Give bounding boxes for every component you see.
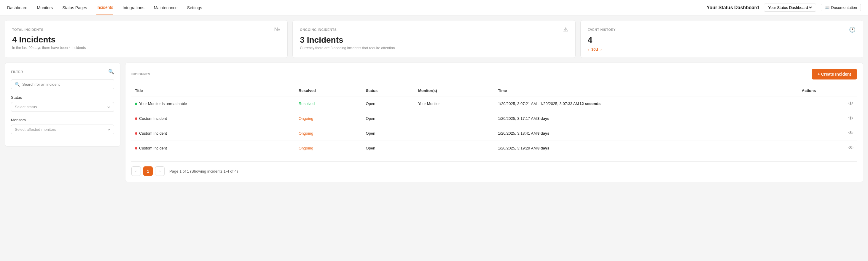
search-icon: 🔍 <box>15 82 20 87</box>
col-resolved: Resolved <box>295 85 362 96</box>
monitors-filter-label: Monitors <box>11 118 114 122</box>
nav-maintenance[interactable]: Maintenance <box>154 1 178 15</box>
cell-title-2: Custom Incident <box>131 126 295 141</box>
nav-links: Dashboard Monitors Status Pages Incident… <box>7 0 707 15</box>
create-incident-button[interactable]: + Create Incident <box>812 69 857 80</box>
resolved-status-3: Ongoing <box>299 146 313 150</box>
filter-title: FILTER <box>11 70 23 74</box>
monitors-select[interactable]: Select affected monitors <box>11 124 114 134</box>
status-dot-0 <box>135 103 137 105</box>
view-icon-2[interactable]: 👁 <box>848 130 854 136</box>
clock-icon: 🕐 <box>849 26 856 33</box>
stat-ongoing-incidents: ONGOING INCIDENTS ⚠ 3 Incidents Currentl… <box>292 20 575 58</box>
table-row: Custom Incident Ongoing Open 1/20/2025, … <box>131 126 857 141</box>
cell-title-3: Custom Incident <box>131 141 295 156</box>
period-label: 30d <box>591 47 598 52</box>
status-filter-label: Status <box>11 95 114 100</box>
cell-monitors-2 <box>414 126 494 141</box>
nav-settings[interactable]: Settings <box>187 1 202 15</box>
cell-monitors-0: Your Monitor <box>414 96 494 111</box>
resolved-status-1: Ongoing <box>299 116 313 121</box>
stat-ongoing-value: 3 Incidents <box>300 35 568 45</box>
cell-status-0: Open <box>362 96 414 111</box>
period-prev-chevron[interactable]: ‹ <box>588 47 589 52</box>
table-header-row: Title Resolved Status Monitor(s) Time Ac… <box>131 85 857 96</box>
navigation: Dashboard Monitors Status Pages Incident… <box>0 0 868 16</box>
cell-status-3: Open <box>362 141 414 156</box>
cell-resolved-3: Ongoing <box>295 141 362 156</box>
cell-time-0: 1/20/2025, 3:07:21 AM - 1/20/2025, 3:07:… <box>494 96 798 111</box>
pagination-prev[interactable]: ‹ <box>131 166 141 176</box>
cell-time-1: 1/20/2025, 3:17:17 AM8 days <box>494 111 798 126</box>
col-actions: Actions <box>798 85 857 96</box>
view-icon-3[interactable]: 👁 <box>848 145 854 151</box>
incidents-title: INCIDENTS <box>131 72 150 76</box>
status-dot-3 <box>135 147 137 149</box>
cell-title-0: Your Monitor is unreachable <box>131 96 295 111</box>
table-row: Custom Incident Ongoing Open 1/20/2025, … <box>131 141 857 156</box>
pagination-page-1[interactable]: 1 <box>143 166 153 176</box>
pagination-info: Page 1 of 1 (Showing incidents 1-4 of 4) <box>169 169 238 174</box>
cell-status-1: Open <box>362 111 414 126</box>
status-select[interactable]: Select status <box>11 102 114 112</box>
col-status: Status <box>362 85 414 96</box>
nav-dropdown[interactable]: Your Status Dashboard <box>764 4 816 11</box>
cell-monitors-1 <box>414 111 494 126</box>
stat-total-label: TOTAL INCIDENTS № <box>12 26 280 33</box>
stat-total-value: 4 Incidents <box>12 35 280 45</box>
nav-dashboard[interactable]: Dashboard <box>7 1 28 15</box>
cell-time-3: 1/20/2025, 3:19:29 AM8 days <box>494 141 798 156</box>
book-icon: 📖 <box>825 5 830 10</box>
nav-incidents[interactable]: Incidents <box>96 0 113 15</box>
stat-history-label: EVENT HISTORY 🕐 <box>588 26 856 33</box>
status-dot-1 <box>135 117 137 120</box>
incidents-table: Title Resolved Status Monitor(s) Time Ac… <box>131 85 857 155</box>
cell-actions-3: 👁 <box>798 141 857 156</box>
period-next-chevron[interactable]: › <box>600 47 601 52</box>
nav-monitors[interactable]: Monitors <box>37 1 53 15</box>
stat-ongoing-desc: Currently there are 3 ongoing incidents … <box>300 46 568 50</box>
search-input[interactable] <box>22 82 110 87</box>
docs-label: Documentation <box>831 5 857 10</box>
stat-total-desc: In the last 90 days there have been 4 in… <box>12 46 280 50</box>
cell-status-2: Open <box>362 126 414 141</box>
cell-actions-0: 👁 <box>798 96 857 111</box>
cell-time-2: 1/20/2025, 3:18:41 AM8 days <box>494 126 798 141</box>
pagination: ‹ 1 › Page 1 of 1 (Showing incidents 1-4… <box>131 161 857 176</box>
table-row: Custom Incident Ongoing Open 1/20/2025, … <box>131 111 857 126</box>
col-time: Time <box>494 85 798 96</box>
cell-resolved-2: Ongoing <box>295 126 362 141</box>
filter-search-icon[interactable]: 🔍 <box>108 69 114 75</box>
filter-header: FILTER 🔍 <box>11 69 114 75</box>
nav-integrations[interactable]: Integrations <box>123 1 145 15</box>
nav-title: Your Status Dashboard <box>707 5 759 10</box>
filter-panel: FILTER 🔍 🔍 Status Select status Monitors… <box>5 63 120 146</box>
cell-actions-1: 👁 <box>798 111 857 126</box>
warning-icon: ⚠ <box>563 26 568 33</box>
resolved-status-0: Resolved <box>299 102 315 106</box>
table-row: Your Monitor is unreachable Resolved Ope… <box>131 96 857 111</box>
nav-status-pages[interactable]: Status Pages <box>62 1 87 15</box>
pagination-next[interactable]: › <box>155 166 164 176</box>
search-box: 🔍 <box>11 79 114 89</box>
stat-event-history: EVENT HISTORY 🕐 4 ‹ 30d › <box>580 20 863 58</box>
stat-ongoing-label: ONGOING INCIDENTS ⚠ <box>300 26 568 33</box>
dashboard-select[interactable]: Your Status Dashboard <box>767 5 813 10</box>
nav-docs-button[interactable]: 📖 Documentation <box>821 4 861 11</box>
cell-resolved-0: Resolved <box>295 96 362 111</box>
main-content: FILTER 🔍 🔍 Status Select status Monitors… <box>0 63 868 187</box>
status-dot-2 <box>135 132 137 135</box>
stat-history-value: 4 <box>588 35 856 45</box>
stats-row: TOTAL INCIDENTS № 4 Incidents In the las… <box>0 16 868 63</box>
cell-monitors-3 <box>414 141 494 156</box>
col-monitors: Monitor(s) <box>414 85 494 96</box>
number-icon: № <box>274 26 281 33</box>
cell-resolved-1: Ongoing <box>295 111 362 126</box>
stat-history-period: ‹ 30d › <box>588 47 856 52</box>
cell-title-1: Custom Incident <box>131 111 295 126</box>
nav-right: Your Status Dashboard Your Status Dashbo… <box>707 4 861 11</box>
col-title: Title <box>131 85 295 96</box>
view-icon-1[interactable]: 👁 <box>848 115 854 121</box>
view-icon-0[interactable]: 👁 <box>848 100 854 107</box>
stat-total-incidents: TOTAL INCIDENTS № 4 Incidents In the las… <box>5 20 288 58</box>
